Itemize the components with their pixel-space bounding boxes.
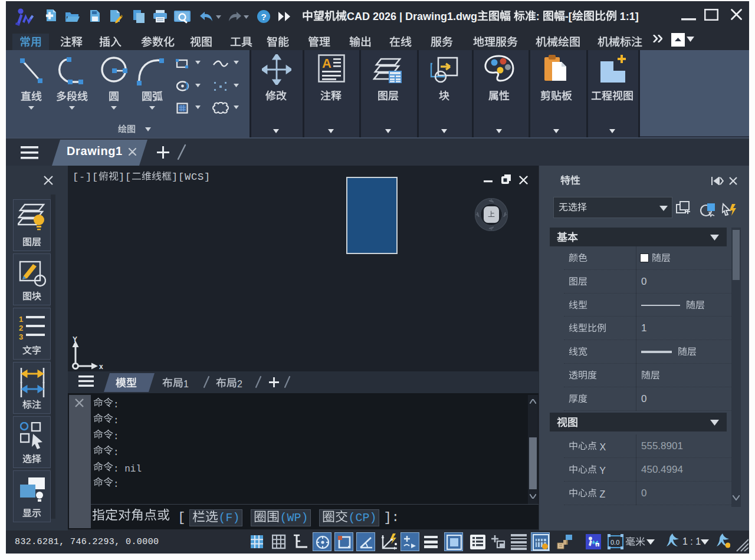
svg-text:3: 3 <box>19 332 23 341</box>
svg-text:Y: Y <box>73 335 77 344</box>
svg-text:?: ? <box>261 12 266 22</box>
svg-text:1: 1 <box>19 315 23 324</box>
svg-text:2: 2 <box>19 324 23 332</box>
svg-text:A: A <box>322 56 331 71</box>
svg-text:0.0: 0.0 <box>610 539 619 546</box>
svg-text:x: x <box>99 363 103 371</box>
